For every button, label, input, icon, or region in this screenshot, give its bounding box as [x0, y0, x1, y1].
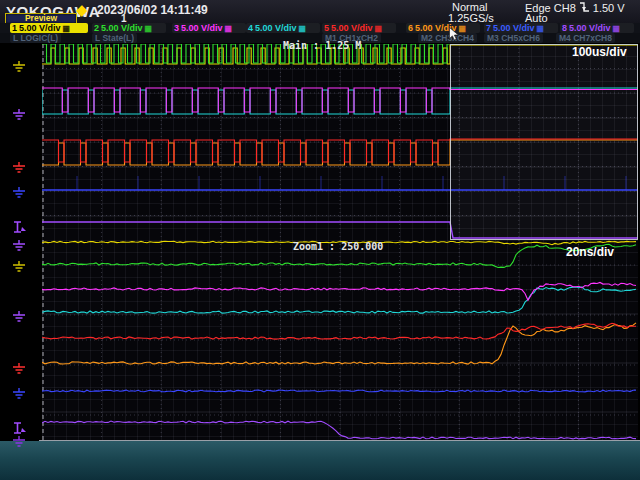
plot-bottom-border — [39, 440, 640, 441]
channel-settings-row: 15.00 V/div▦ 25.00 V/div▦ 35.00 V/div▦ 4… — [0, 23, 640, 33]
oscilloscope-screen: YOKOGAWA ◆ 2023/06/02 14:11:49 1 Preview… — [0, 0, 640, 480]
ground-level-marker[interactable] — [12, 362, 28, 380]
ground-level-marker[interactable] — [12, 186, 28, 204]
channel-8-vdiv[interactable]: 85.00 V/div▦ — [560, 23, 634, 33]
brand-diamond-icon: ◆ — [76, 1, 88, 19]
zoom-timebase-label: 20ns/div — [566, 245, 614, 259]
channel-2-vdiv[interactable]: 25.00 V/div▦ — [92, 23, 166, 33]
grid-icon: ▦ — [145, 24, 153, 33]
channel-6-vdiv[interactable]: 65.00 V/div▦ — [406, 23, 480, 33]
main-window-label: Main : 1.25 M — [283, 40, 361, 51]
math3-label[interactable]: M3 CH5xCH6 — [484, 33, 543, 43]
ground-level-marker[interactable] — [12, 260, 28, 278]
main-timebase-label: 100us/div — [572, 45, 627, 59]
datetime-text: 2023/06/02 14:11:49 — [97, 3, 208, 17]
ground-level-marker[interactable] — [12, 60, 28, 78]
ground-level-marker[interactable] — [12, 161, 28, 179]
mouse-cursor-icon — [449, 27, 459, 45]
channel-3-vdiv[interactable]: 35.00 V/div▦ — [172, 23, 246, 33]
state-label[interactable]: L State(L) — [92, 33, 137, 43]
ground-level-marker[interactable] — [12, 239, 28, 257]
grid-icon: ▦ — [375, 24, 383, 33]
trigger-level: 1.50 V — [593, 2, 625, 14]
logic-position-marker[interactable] — [12, 220, 28, 238]
ground-level-marker[interactable] — [12, 387, 28, 405]
falling-edge-icon — [579, 1, 590, 15]
grid-icon: ▦ — [613, 24, 621, 33]
grid-icon: ▦ — [459, 24, 467, 33]
grid-icon: ▦ — [63, 24, 71, 33]
ground-level-marker[interactable] — [12, 310, 28, 328]
main-waveform-window[interactable] — [42, 44, 638, 240]
ground-level-marker[interactable] — [12, 108, 28, 126]
zoom-waveform-window[interactable] — [42, 240, 638, 440]
channel-7-vdiv[interactable]: 75.00 V/div▦ — [484, 23, 558, 33]
top-status-bar: YOKOGAWA ◆ 2023/06/02 14:11:49 1 Preview… — [0, 0, 640, 43]
channel-1-vdiv[interactable]: 15.00 V/div▦ — [10, 23, 88, 33]
grid-icon: ▦ — [537, 24, 545, 33]
softkey-menu-area — [0, 441, 640, 480]
math2-label[interactable]: M2 CH3xCH4 — [418, 33, 477, 43]
zoom-window-label: Zoom1 : 250.000 — [293, 241, 383, 252]
channel-4-vdiv[interactable]: 45.00 V/div▦ — [246, 23, 320, 33]
channel-5-vdiv[interactable]: 55.00 V/div▦ — [322, 23, 396, 33]
grid-icon: ▦ — [299, 24, 307, 33]
math4-label[interactable]: M4 CH7xCH8 — [556, 33, 615, 43]
grid-icon: ▦ — [225, 24, 233, 33]
logic-label[interactable]: L LOGIC(L) — [10, 33, 61, 43]
ground-level-marker[interactable] — [12, 435, 28, 453]
